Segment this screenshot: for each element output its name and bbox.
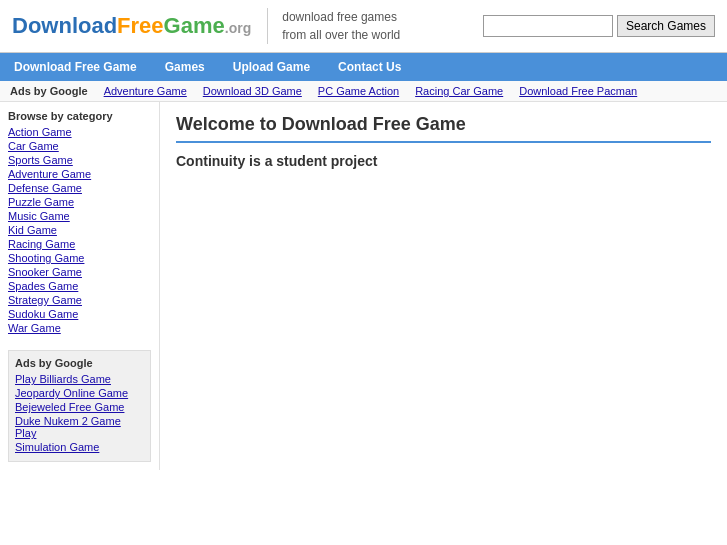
sidebar-ads-title: Ads by Google bbox=[15, 357, 144, 369]
search-button[interactable]: Search Games bbox=[617, 15, 715, 37]
content: Welcome to Download Free Game Continuity… bbox=[160, 102, 727, 470]
ads-bar-link[interactable]: Download 3D Game bbox=[203, 85, 302, 97]
nav-item-games[interactable]: Games bbox=[151, 53, 219, 81]
logo: DownloadFreeGame.org bbox=[12, 15, 251, 37]
sidebar-ads: Ads by Google Play Billiards GameJeopard… bbox=[8, 350, 151, 462]
content-subtitle: Continuity is a student project bbox=[176, 153, 711, 169]
logo-download: Download bbox=[12, 13, 117, 38]
logo-area: DownloadFreeGame.org download free games… bbox=[12, 8, 400, 44]
search-area: Search Games bbox=[483, 15, 715, 37]
ads-bar-link[interactable]: PC Game Action bbox=[318, 85, 399, 97]
ads-bar-link[interactable]: Adventure Game bbox=[104, 85, 187, 97]
nav-item-download-free-game[interactable]: Download Free Game bbox=[0, 53, 151, 81]
sidebar-category-link[interactable]: Car Game bbox=[8, 140, 151, 152]
sidebar-ads-link[interactable]: Duke Nukem 2 Game Play bbox=[15, 415, 144, 439]
sidebar-categories: Action GameCar GameSports GameAdventure … bbox=[8, 126, 151, 334]
sidebar-category-link[interactable]: War Game bbox=[8, 322, 151, 334]
sidebar-ads-link[interactable]: Bejeweled Free Game bbox=[15, 401, 144, 413]
sidebar-ads-links: Play Billiards GameJeopardy Online GameB… bbox=[15, 373, 144, 453]
sidebar-category-link[interactable]: Sudoku Game bbox=[8, 308, 151, 320]
ads-bar: Ads by Google Adventure GameDownload 3D … bbox=[0, 81, 727, 102]
sidebar-category-link[interactable]: Music Game bbox=[8, 210, 151, 222]
navbar: Download Free GameGamesUpload GameContac… bbox=[0, 53, 727, 81]
logo-org: .org bbox=[225, 20, 251, 36]
sidebar-category-link[interactable]: Action Game bbox=[8, 126, 151, 138]
sidebar-category-link[interactable]: Snooker Game bbox=[8, 266, 151, 278]
sidebar-category-link[interactable]: Strategy Game bbox=[8, 294, 151, 306]
content-divider bbox=[176, 141, 711, 143]
sidebar-ads-link[interactable]: Play Billiards Game bbox=[15, 373, 144, 385]
logo-free: Free bbox=[117, 13, 163, 38]
sidebar-category-link[interactable]: Spades Game bbox=[8, 280, 151, 292]
sidebar-ads-link[interactable]: Jeopardy Online Game bbox=[15, 387, 144, 399]
tagline-line1: download free games bbox=[282, 10, 397, 24]
ads-bar-link[interactable]: Download Free Pacman bbox=[519, 85, 637, 97]
sidebar: Browse by category Action GameCar GameSp… bbox=[0, 102, 160, 470]
ads-bar-link[interactable]: Racing Car Game bbox=[415, 85, 503, 97]
logo-game: Game bbox=[164, 13, 225, 38]
nav-item-contact-us[interactable]: Contact Us bbox=[324, 53, 415, 81]
sidebar-category-link[interactable]: Kid Game bbox=[8, 224, 151, 236]
tagline-line2: from all over the world bbox=[282, 28, 400, 42]
content-title: Welcome to Download Free Game bbox=[176, 114, 711, 135]
search-input[interactable] bbox=[483, 15, 613, 37]
tagline: download free games from all over the wo… bbox=[267, 8, 400, 44]
sidebar-category-link[interactable]: Racing Game bbox=[8, 238, 151, 250]
sidebar-category-title: Browse by category bbox=[8, 110, 151, 122]
sidebar-category-link[interactable]: Adventure Game bbox=[8, 168, 151, 180]
sidebar-category-link[interactable]: Shooting Game bbox=[8, 252, 151, 264]
header: DownloadFreeGame.org download free games… bbox=[0, 0, 727, 53]
main: Browse by category Action GameCar GameSp… bbox=[0, 102, 727, 470]
sidebar-category-link[interactable]: Defense Game bbox=[8, 182, 151, 194]
nav-item-upload-game[interactable]: Upload Game bbox=[219, 53, 324, 81]
sidebar-category-link[interactable]: Sports Game bbox=[8, 154, 151, 166]
sidebar-ads-link[interactable]: Simulation Game bbox=[15, 441, 144, 453]
ads-bar-label: Ads by Google bbox=[10, 85, 88, 97]
sidebar-category-link[interactable]: Puzzle Game bbox=[8, 196, 151, 208]
